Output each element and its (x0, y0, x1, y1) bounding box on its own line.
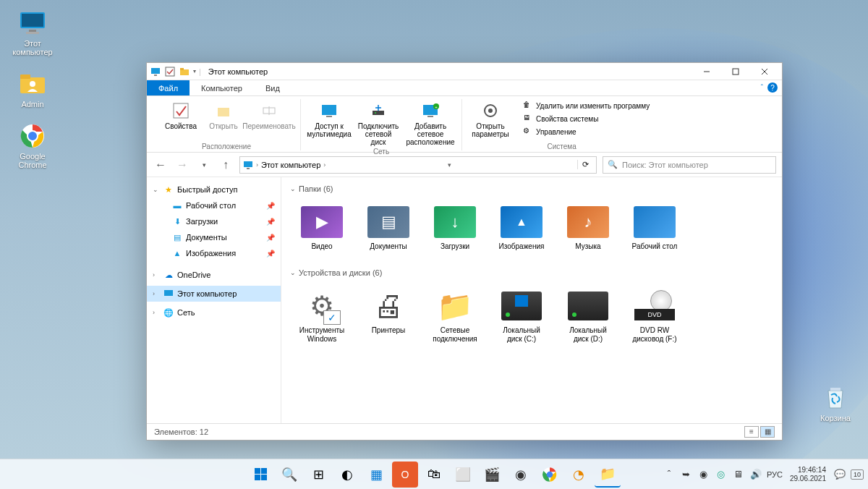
folder-documents[interactable]: Документы (359, 202, 417, 254)
svg-rect-22 (218, 108, 229, 116)
folder-desktop[interactable]: Рабочий стол (626, 202, 684, 254)
device-printers[interactable]: 🖨Принтеры (359, 286, 417, 346)
address-dropdown-icon[interactable]: ▾ (448, 161, 456, 169)
device-disk-d[interactable]: Локальный диск (D:) (559, 286, 617, 346)
nav-pictures[interactable]: ▲Изображения📌 (147, 245, 281, 261)
svg-rect-5 (20, 75, 30, 79)
tab-file[interactable]: Файл (147, 80, 190, 95)
ribbon-add-netloc-button[interactable]: + Добавить сетевое расположение (405, 99, 456, 148)
tray-notifications-button[interactable]: 💬 (833, 468, 846, 481)
chrome-icon (18, 122, 47, 150)
nav-downloads[interactable]: ⬇Загрузки📌 (147, 213, 281, 229)
nav-this-pc[interactable]: ›Этот компьютер (147, 286, 281, 302)
ribbon-uninstall-button[interactable]: 🗑Удалить или изменить программу (520, 99, 652, 112)
tray-clock[interactable]: 19:46:14 29.06.2021 (787, 466, 829, 483)
svg-point-6 (30, 81, 35, 87)
nav-forward-button[interactable]: → (174, 157, 190, 173)
ribbon-media-access-button[interactable]: Доступ к мультимедиа (307, 99, 352, 140)
device-dvd[interactable]: DVDDVD RW дисковод (F:) (626, 286, 684, 346)
taskbar-chrome-button[interactable] (537, 462, 563, 488)
device-network-connections[interactable]: 📁Сетевые подключения (426, 286, 484, 346)
desktop-this-pc-icon[interactable]: Этот компьютер (6, 9, 59, 56)
tab-computer[interactable]: Компьютер (190, 80, 254, 95)
desktop-recycle-bin-icon[interactable]: Корзина (809, 383, 862, 422)
breadcrumb-this-pc[interactable]: Этот компьютер (261, 161, 320, 169)
taskbar-steam-button[interactable]: ◉ (508, 462, 534, 488)
ribbon-open-button[interactable]: Открыть (208, 99, 239, 132)
desktop-admin-icon[interactable]: Admin (6, 69, 59, 109)
minimize-button[interactable] (692, 64, 721, 80)
desktop-recycle-label: Корзина (820, 414, 851, 422)
tray-notification-count[interactable]: 10 (851, 469, 864, 480)
desktop-icon-column: Этот компьютер Admin Google Chrome (6, 9, 59, 169)
qat-properties-icon[interactable] (164, 66, 176, 77)
tray-volume-icon[interactable]: 🔊 (749, 468, 762, 481)
taskbar-search-button[interactable]: 🔍 (276, 462, 302, 488)
nav-documents[interactable]: ▤Документы📌 (147, 229, 281, 245)
taskbar-app-button[interactable]: ◔ (566, 462, 592, 488)
refresh-button[interactable]: ⟳ (577, 160, 593, 169)
network-drive-icon (368, 101, 388, 121)
view-icons-button[interactable]: ▦ (760, 426, 775, 438)
tab-view[interactable]: Вид (254, 80, 292, 95)
start-button[interactable] (247, 462, 273, 488)
section-devices-header[interactable]: ⌄Устройства и диски (6) (290, 265, 773, 280)
qat-dropdown-icon[interactable]: ▾ (193, 68, 196, 75)
tray-app-icon[interactable]: ➥ (680, 468, 693, 481)
desktop-chrome-label: Google Chrome (6, 152, 59, 169)
ribbon-rename-button[interactable]: Переименовать (244, 99, 294, 132)
ribbon-manage-button[interactable]: ⚙Управление (520, 125, 652, 138)
folder-pictures[interactable]: Изображения (493, 202, 550, 254)
ribbon-system-props-button[interactable]: 🖥Свойства системы (520, 112, 652, 125)
ribbon-collapse-icon[interactable]: ˆ (761, 84, 763, 92)
device-disk-c[interactable]: Локальный диск (C:) (493, 286, 550, 346)
nav-network[interactable]: ›🌐Сеть (147, 305, 281, 320)
nav-history-dropdown[interactable]: ▾ (196, 157, 212, 173)
titlebar[interactable]: ▾ | Этот компьютер (147, 63, 782, 80)
folder-video[interactable]: Видео (293, 202, 351, 254)
ribbon-map-drive-button[interactable]: Подключить сетевой диск (356, 99, 401, 148)
svg-point-34 (488, 109, 493, 113)
nav-up-button[interactable]: ↑ (218, 157, 234, 173)
ribbon-group-system: Открыть параметры 🗑Удалить или изменить … (462, 99, 661, 150)
ribbon-properties-button[interactable]: Свойства (158, 99, 203, 132)
tray-steam-icon[interactable]: ◉ (697, 468, 710, 481)
taskbar-store-button[interactable]: 🛍 (421, 462, 447, 488)
svg-rect-12 (151, 68, 160, 74)
tray-language[interactable]: РУС (767, 470, 783, 479)
svg-rect-1 (22, 14, 43, 27)
taskbar-taskview-button[interactable]: ⊞ (305, 462, 331, 488)
taskbar-app-button[interactable]: ▦ (363, 462, 389, 488)
nav-back-button[interactable]: ← (153, 157, 169, 173)
taskbar-app-button[interactable]: O (392, 462, 418, 488)
taskbar-explorer-button[interactable]: 📁 (595, 462, 621, 488)
taskbar-widgets-button[interactable]: ◐ (334, 462, 360, 488)
ribbon-open-settings-button[interactable]: Открыть параметры (468, 99, 513, 140)
ribbon-tabs: Файл Компьютер Вид ˆ ? (147, 80, 782, 96)
tray-overflow-button[interactable]: ˆ (663, 468, 676, 481)
taskbar-app-button[interactable]: ⬜ (450, 462, 476, 488)
folder-music[interactable]: Музыка (559, 202, 617, 254)
nav-onedrive[interactable]: ›☁OneDrive (147, 267, 281, 283)
nav-desktop[interactable]: ▬Рабочий стол📌 (147, 197, 281, 213)
nav-quick-access[interactable]: ⌄★Быстрый доступ (147, 182, 281, 197)
help-icon[interactable]: ? (767, 82, 778, 93)
view-details-button[interactable]: ≡ (744, 426, 759, 438)
search-placeholder: Поиск: Этот компьютер (622, 161, 708, 169)
svg-rect-27 (373, 111, 384, 115)
maximize-button[interactable] (721, 64, 750, 80)
qat-pc-icon (150, 66, 161, 77)
taskbar-app-button[interactable]: 🎬 (479, 462, 505, 488)
section-folders-header[interactable]: ⌄Папки (6) (290, 182, 773, 196)
address-bar[interactable]: › Этот компьютер › ▾ ⟳ (239, 156, 597, 174)
tray-network-icon[interactable]: 🖥 (732, 468, 745, 481)
tray-app-icon[interactable]: ◎ (715, 468, 728, 481)
close-button[interactable] (750, 64, 779, 80)
search-box[interactable]: 🔍 Поиск: Этот компьютер (603, 156, 776, 174)
folder-downloads[interactable]: Загрузки (426, 202, 484, 254)
desktop-chrome-icon[interactable]: Google Chrome (6, 122, 59, 169)
device-windows-tools[interactable]: ⚙✓Инструменты Windows (293, 286, 351, 346)
qat-folder-icon[interactable] (179, 66, 190, 77)
settings-icon (480, 101, 501, 121)
uninstall-icon: 🗑 (523, 101, 533, 111)
